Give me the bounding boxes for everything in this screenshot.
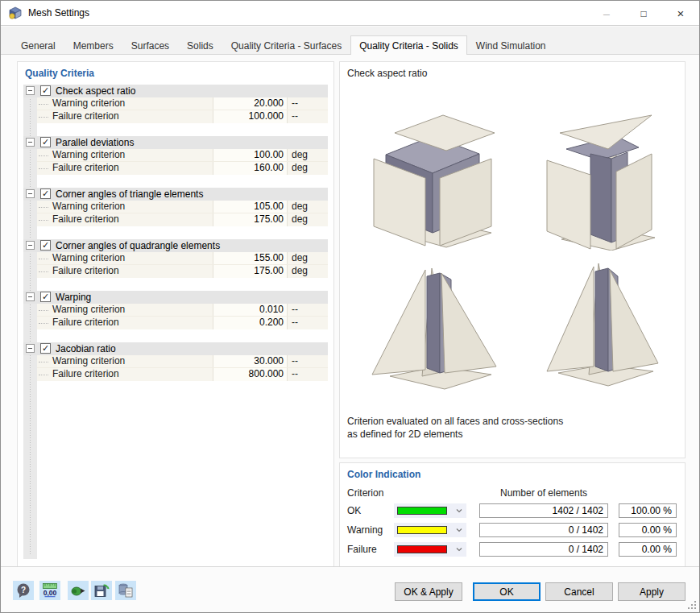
criterion-group-parallel-deviations: ✓ Parallel deviations Warning criterion … — [23, 136, 328, 175]
warning-unit: -- — [288, 304, 328, 316]
failure-value-field[interactable]: 800.000 — [213, 368, 288, 381]
warning-value-field[interactable]: 105.00 — [213, 201, 288, 213]
minimize-icon[interactable]: – — [588, 1, 625, 26]
warning-criterion-row: Warning criterion 0.010 -- — [37, 304, 328, 317]
criterion-checkbox[interactable]: ✓ — [40, 85, 51, 96]
maximize-icon[interactable]: □ — [625, 1, 662, 26]
criterion-group-header[interactable]: ✓ Parallel deviations — [23, 136, 328, 149]
mesh-generator-icon — [70, 582, 86, 599]
criterion-group-label: Check aspect ratio — [56, 85, 135, 97]
tab-quality-criteria-surfaces[interactable]: Quality Criteria - Surfaces — [222, 37, 350, 55]
warning-value-field[interactable]: 155.00 — [213, 252, 288, 264]
criterion-group-corner-angles-triangle: ✓ Corner angles of triangle elements War… — [23, 188, 328, 226]
transfer-settings-button[interactable] — [115, 581, 136, 600]
warning-unit: deg — [288, 252, 328, 264]
criterion-checkbox[interactable]: ✓ — [40, 292, 51, 302]
criterion-group-header[interactable]: ✓ Corner angles of quadrangle elements — [23, 239, 328, 252]
warning-value-field[interactable]: 100.00 — [213, 149, 288, 161]
criterion-checkbox[interactable]: ✓ — [40, 188, 51, 199]
row-label: Failure criterion — [37, 213, 213, 226]
tab-general[interactable]: General — [12, 37, 64, 55]
tab-surfaces[interactable]: Surfaces — [122, 37, 178, 55]
warning-criterion-row: Warning criterion 155.00 deg — [37, 252, 328, 265]
save-defaults-button[interactable] — [91, 581, 112, 600]
ok-apply-button[interactable]: OK & Apply — [395, 582, 462, 601]
warning-unit: -- — [288, 355, 328, 367]
failure-value-field[interactable]: 160.00 — [213, 162, 288, 175]
svg-text:?: ? — [21, 586, 26, 594]
units-decimal-places-button[interactable]: 0,00 — [39, 581, 60, 600]
warning-label: Warning — [347, 524, 383, 536]
warning-count-field: 0 / 1402 — [479, 523, 608, 537]
criterion-group-label: Corner angles of quadrangle elements — [56, 240, 220, 251]
quality-criteria-panel: Quality Criteria ✓ Check aspect ratio Wa… — [17, 61, 334, 567]
row-label: Failure criterion — [37, 317, 213, 329]
tab-solids[interactable]: Solids — [178, 37, 222, 55]
failure-color-dropdown[interactable] — [394, 542, 466, 557]
row-label: Warning criterion — [37, 97, 213, 110]
tab-page-quality-criteria-solids: Quality Criteria ✓ Check aspect ratio Wa… — [1, 55, 699, 565]
close-icon[interactable]: × — [662, 1, 699, 26]
row-label: Warning criterion — [37, 149, 213, 161]
criterion-group-header[interactable]: ✓ Corner angles of triangle elements — [23, 188, 328, 201]
row-label: Failure criterion — [37, 162, 213, 175]
failure-criterion-row: Failure criterion 0.200 -- — [37, 317, 328, 329]
failure-value-field[interactable]: 100.000 — [213, 110, 288, 123]
collapse-icon[interactable] — [26, 189, 35, 198]
failure-count-field: 0 / 1402 — [479, 542, 608, 557]
tab-members[interactable]: Members — [64, 37, 122, 55]
collapse-icon[interactable] — [26, 138, 35, 147]
failure-unit: deg — [288, 213, 328, 226]
criterion-group-header[interactable]: ✓ Jacobian ratio — [23, 342, 328, 355]
row-label: Warning criterion — [37, 252, 213, 264]
warning-unit: -- — [288, 97, 328, 110]
failure-criterion-row: Failure criterion 175.00 deg — [37, 213, 328, 226]
failure-value-field[interactable]: 175.00 — [213, 265, 288, 278]
criterion-column-label: Criterion — [347, 487, 383, 499]
criterion-checkbox[interactable]: ✓ — [40, 343, 51, 354]
warning-value-field[interactable]: 20.000 — [213, 97, 288, 110]
failure-percent-field: 0.00 % — [619, 542, 677, 557]
help-button[interactable]: ? — [13, 581, 34, 600]
failure-value-field[interactable]: 0.200 — [213, 317, 288, 329]
dialog-footer: ? 0,00 — [1, 566, 699, 612]
criterion-group-check-aspect-ratio: ✓ Check aspect ratio Warning criterion 2… — [23, 85, 328, 123]
criterion-group-header[interactable]: ✓ Warping — [23, 291, 328, 304]
collapse-icon[interactable] — [26, 292, 35, 301]
criterion-group-header[interactable]: ✓ Check aspect ratio — [23, 85, 328, 97]
caption-line-2: as defined for 2D elements — [347, 428, 563, 441]
ok-color-dropdown[interactable] — [394, 503, 466, 518]
ok-percent-field: 100.00 % — [619, 503, 677, 518]
color-row-ok: OK 1402 / 1402 100.00 % — [340, 503, 685, 518]
row-label: Failure criterion — [37, 110, 213, 123]
failure-value-field[interactable]: 175.00 — [213, 213, 288, 226]
row-label: Failure criterion — [37, 368, 213, 381]
warning-color-dropdown[interactable] — [394, 523, 466, 537]
cancel-button[interactable]: Cancel — [545, 582, 613, 601]
apply-button[interactable]: Apply — [618, 582, 686, 601]
ok-button[interactable]: OK — [473, 582, 541, 601]
criterion-group-label: Warping — [56, 292, 91, 303]
svg-text:0,00: 0,00 — [43, 589, 57, 597]
solid-pyramid-illustration — [354, 255, 506, 392]
criterion-checkbox[interactable]: ✓ — [40, 240, 51, 251]
row-label: Warning criterion — [37, 355, 213, 367]
collapse-icon[interactable] — [26, 86, 35, 95]
collapse-icon[interactable] — [26, 344, 35, 353]
transfer-settings-icon — [118, 582, 134, 599]
solid-element-illustrations — [353, 104, 672, 392]
mesh-settings-dialog: Mesh Settings – □ × General Members Surf… — [0, 0, 700, 613]
row-label: Warning criterion — [37, 304, 213, 316]
failure-criterion-row: Failure criterion 160.00 deg — [37, 162, 328, 175]
solid-wedge-illustration — [520, 104, 671, 251]
warning-value-field[interactable]: 30.000 — [213, 355, 288, 367]
titlebar[interactable]: Mesh Settings – □ × — [1, 1, 699, 26]
tab-quality-criteria-solids[interactable]: Quality Criteria - Solids — [350, 35, 467, 55]
collapse-icon[interactable] — [26, 241, 35, 250]
tab-wind-simulation[interactable]: Wind Simulation — [467, 37, 555, 55]
window-title: Mesh Settings — [28, 7, 89, 19]
mesh-generator-button[interactable] — [68, 581, 89, 600]
warning-value-field[interactable]: 0.010 — [213, 304, 288, 316]
criterion-checkbox[interactable]: ✓ — [40, 137, 51, 147]
resize-grip[interactable] — [687, 600, 697, 610]
